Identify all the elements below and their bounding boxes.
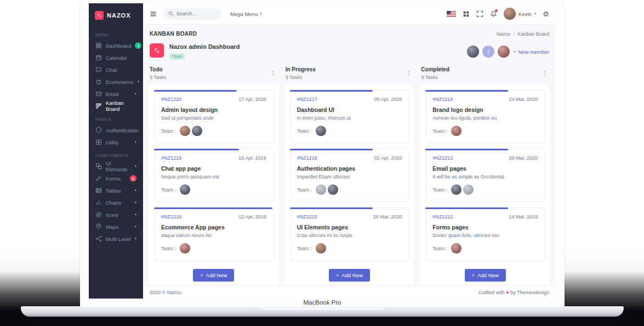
breadcrumb-home[interactable]: Nazox [497, 31, 511, 37]
task-card[interactable]: #NZ1212 14 Mar, 2019 Forms pages Donec q… [425, 207, 545, 261]
sidebar-item-kanban-board[interactable]: Kanban Board [89, 100, 143, 112]
avatar [192, 126, 202, 136]
chat-icon [95, 66, 102, 73]
device-label: MacBook Pro [80, 299, 565, 307]
user-name: Kevin [518, 11, 532, 17]
table-icon [95, 187, 102, 194]
sidebar-item-label: Email [106, 91, 119, 97]
kebab-icon: ⋮ [542, 70, 548, 76]
task-date: 14 Mar, 2019 [509, 214, 538, 220]
sidebar-item-charts[interactable]: Charts ▾ [89, 196, 143, 209]
sidebar-item-authentication[interactable]: Authentication ▾ [89, 124, 143, 136]
task-ref-link[interactable]: #NZ1217 [297, 97, 317, 102]
shopping-bag-icon [95, 78, 102, 85]
envelope-icon [95, 91, 102, 97]
task-ref-link[interactable]: #NZ1219 [161, 155, 181, 161]
member-avatar[interactable] [467, 46, 479, 58]
task-card[interactable]: #NZ1213 20 Mar, 2020 Email pages It will… [425, 149, 545, 202]
sidebar-item-utility[interactable]: Utility ▾ [89, 136, 143, 148]
team-label: Team : [432, 246, 447, 251]
add-new-button[interactable]: + Add New [193, 269, 234, 282]
sidebar-item-maps[interactable]: Maps ▾ [89, 221, 143, 233]
plus-icon: + [472, 272, 475, 278]
settings-button[interactable]: ⚙ [543, 10, 549, 18]
task-progress-bar [425, 90, 508, 92]
share-icon [95, 235, 102, 242]
task-date: 15 Apr, 2019 [238, 155, 266, 161]
add-new-button[interactable]: + Add New [329, 269, 370, 282]
avatar [316, 126, 326, 136]
column-menu-button[interactable]: ⋮ [269, 70, 278, 77]
brand-logo[interactable]: NAZOX [89, 3, 143, 27]
add-new-button[interactable]: + Add New [465, 269, 506, 282]
column-menu-button[interactable]: ⋮ [404, 70, 413, 77]
sidebar-item-email[interactable]: Email ▾ [89, 88, 143, 100]
team-label: Team : [161, 246, 176, 251]
task-date: 20 Mar, 2020 [509, 155, 538, 161]
page-title: KANBAN BOARD [150, 31, 197, 37]
chevron-down-icon: ▾ [134, 140, 136, 144]
map-pin-icon [95, 223, 102, 230]
column-task-count: 3 Tasks [421, 75, 449, 80]
language-flag-button[interactable] [447, 11, 456, 17]
column-menu-button[interactable]: ⋮ [540, 70, 549, 77]
sidebar-item-multi-level[interactable]: Multi Level ▾ [89, 233, 143, 245]
sidebar-item-label: Authentication [106, 127, 139, 133]
chevron-down-icon: ▾ [134, 188, 136, 193]
task-ref-link[interactable]: #NZ1214 [432, 97, 453, 102]
task-card[interactable]: #NZ1220 17 Apr, 2020 Admin layout design… [154, 90, 273, 143]
bar-chart-icon [95, 199, 102, 206]
task-ref-link[interactable]: #NZ1216 [297, 155, 317, 161]
sidebar-item-chat[interactable]: Chat [89, 64, 143, 76]
apps-grid-button[interactable] [463, 10, 470, 18]
task-ref-link[interactable]: #NZ1213 [432, 155, 453, 161]
avatar [463, 184, 474, 195]
sidebar-item-calendar[interactable]: Calendar [89, 52, 143, 64]
task-card[interactable]: #NZ1214 24 Mar, 2020 Brand logo design A… [425, 90, 545, 143]
user-menu-button[interactable]: Kevin ▾ [504, 8, 536, 20]
sidebar-item-label: Dashboard [106, 43, 131, 49]
menu-toggle-button[interactable] [150, 10, 157, 18]
topbar-actions: Kevin ▾ ⚙ [447, 8, 549, 20]
column-card: #NZ1217 05 Apr, 2020 Dashboard UI In eni… [284, 85, 415, 285]
sidebar-item-forms[interactable]: Forms 8 [89, 172, 143, 184]
sidebar-item-label: Tables [106, 188, 121, 194]
mega-menu-label: Mega Menu [230, 11, 258, 17]
new-member-button[interactable]: + New member [513, 49, 549, 55]
fullscreen-button[interactable] [476, 10, 483, 18]
plus-icon: + [200, 272, 203, 278]
task-ref-link[interactable]: #NZ1215 [297, 214, 317, 220]
avatar [180, 184, 190, 195]
brand-name: NAZOX [107, 12, 131, 19]
laptop-screen: NAZOX MENU Dashboard 1 Calendar Chat [80, 0, 565, 307]
compass-icon [95, 211, 102, 218]
task-title: Email pages [432, 165, 538, 172]
task-card[interactable]: #NZ1219 15 Apr, 2019 Chat app page Neque… [154, 149, 273, 202]
ui-elements-icon [95, 163, 102, 170]
column-card: #NZ1214 24 Mar, 2020 Brand logo design A… [420, 85, 550, 285]
task-ref-link[interactable]: #NZ1212 [432, 214, 453, 220]
sidebar-item-label: Ecommerce [106, 79, 134, 85]
member-avatar-initial[interactable]: J [482, 46, 494, 58]
dashboard-badge: 1 [135, 42, 141, 49]
search-box[interactable] [163, 8, 221, 20]
task-title: Admin layout design [161, 106, 266, 113]
search-input[interactable] [176, 11, 216, 16]
task-ref-link[interactable]: #NZ1218 [161, 214, 181, 220]
column-task-count: 3 Tasks [150, 75, 166, 80]
task-card[interactable]: #NZ1216 02 Apr, 2020 Authentication page… [290, 149, 409, 202]
member-avatar[interactable] [498, 46, 510, 58]
notifications-button[interactable] [490, 10, 497, 18]
sidebar-item-tables[interactable]: Tables ▾ [89, 184, 143, 196]
sidebar-item-ui-elements[interactable]: UI Elements ▾ [89, 160, 143, 172]
chevron-down-icon: ▾ [134, 224, 136, 229]
sidebar-item-ecommerce[interactable]: Ecommerce ▾ [89, 76, 143, 88]
sidebar-item-icons[interactable]: Icons ▾ [89, 209, 143, 221]
sidebar-item-dashboard[interactable]: Dashboard 1 [89, 40, 143, 52]
mega-menu-button[interactable]: Mega Menu ▾ [230, 11, 262, 17]
task-card[interactable]: #NZ1215 28 Mar, 2020 UI Elements pages C… [290, 207, 409, 261]
task-card[interactable]: #NZ1218 12 Apr, 2019 Ecommerce App pages… [154, 207, 273, 261]
task-card[interactable]: #NZ1217 05 Apr, 2020 Dashboard UI In eni… [290, 90, 409, 143]
task-ref-link[interactable]: #NZ1220 [161, 97, 181, 102]
task-date: 24 Mar, 2020 [509, 97, 538, 102]
